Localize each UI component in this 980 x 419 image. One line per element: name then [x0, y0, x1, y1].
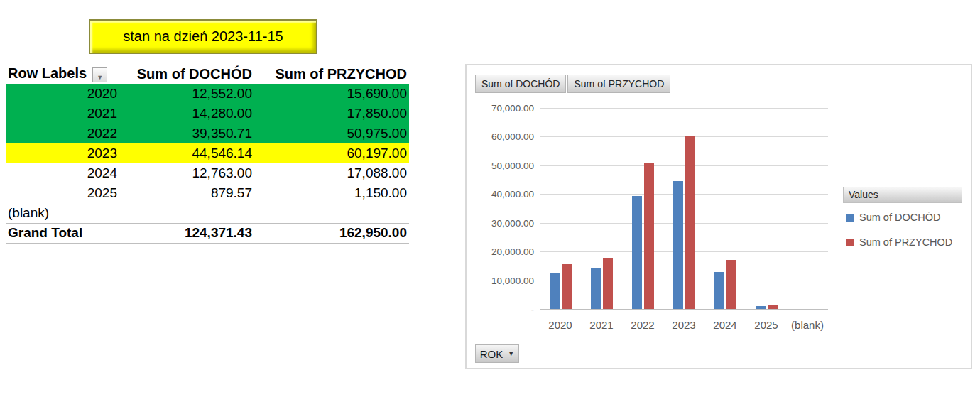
field-button-sum-of-przychod[interactable]: Sum of PRZYCHOD: [567, 75, 670, 93]
y-tick-label: 40,000.00: [491, 189, 534, 200]
pivot-chart: Sum of DOCHÓDSum of PRZYCHOD -10,000.002…: [465, 64, 972, 369]
przychod-value-cell: 50,975.00: [254, 124, 409, 143]
bar-Sum of PRZYCHOD-2022: [644, 163, 654, 309]
legend-swatch-icon: [846, 239, 854, 246]
bar-Sum of DOCHÓD-2021: [591, 268, 601, 309]
y-tick-label: 60,000.00: [491, 131, 534, 142]
x-tick-label: 2024: [704, 319, 746, 331]
bar-Sum of PRZYCHOD-2021: [603, 258, 613, 309]
przychod-value-cell: [254, 203, 409, 223]
przychod-value-cell: 17,850.00: [254, 104, 409, 124]
pivot-row-2020: 202012,552.0015,690.00: [6, 84, 409, 104]
grand-total-dochod: 124,371.43: [119, 223, 254, 243]
x-tick-label: 2025: [746, 319, 787, 331]
grand-total-row: Grand Total 124,371.43 162,950.00: [6, 223, 409, 243]
row-label-cell: 2024: [6, 163, 119, 183]
dochod-value-cell: 44,546.14: [119, 143, 254, 163]
grand-total-przychod: 162,950.00: [254, 223, 409, 243]
dochod-value-cell: 12,552.00: [119, 84, 254, 104]
bar-Sum of DOCHÓD-2022: [632, 196, 642, 309]
bar-Sum of PRZYCHOD-2023: [685, 136, 695, 309]
x-tick-label: (blank): [787, 319, 828, 331]
rok-axis-label: ROK: [480, 348, 503, 360]
y-tick-label: 20,000.00: [491, 246, 534, 257]
pivot-row-2022: 202239,350.7150,975.00: [6, 124, 409, 143]
dochod-column-header: Sum of DOCHÓD: [119, 64, 254, 84]
x-tick-label: 2022: [622, 319, 663, 331]
pivot-table: Row Labels▼ Sum of DOCHÓD Sum of PRZYCHO…: [6, 64, 409, 244]
pivot-header-row: Row Labels▼ Sum of DOCHÓD Sum of PRZYCHO…: [6, 64, 409, 84]
y-tick-label: -: [531, 304, 535, 315]
row-label-cell: 2022: [6, 124, 119, 143]
dochod-value-cell: 879.57: [119, 183, 254, 203]
pivot-row-2024: 202412,763.0017,088.00: [6, 163, 409, 183]
dochod-value-cell: 39,350.71: [119, 124, 254, 143]
chevron-down-icon: ▼: [508, 350, 514, 357]
legend-swatch-icon: [846, 214, 854, 222]
y-axis-labels: -10,000.0020,000.0030,000.0040,000.0050,…: [474, 108, 534, 309]
field-button-sum-of-dochód[interactable]: Sum of DOCHÓD: [475, 75, 566, 93]
przychod-value-cell: 1,150.00: [254, 183, 409, 203]
bar-Sum of DOCHÓD-2023: [673, 181, 683, 309]
pivot-row-2025: 2025879.571,150.00: [6, 183, 409, 203]
row-label-cell: 2025: [6, 183, 119, 203]
bar-Sum of PRZYCHOD-2025: [768, 305, 778, 309]
gridline: [540, 108, 828, 109]
przychod-column-header: Sum of PRZYCHOD: [254, 64, 409, 84]
bar-Sum of PRZYCHOD-2024: [726, 260, 736, 309]
legend-item: Sum of DOCHÓD: [843, 212, 962, 223]
row-labels-header: Row Labels: [8, 65, 87, 81]
y-tick-label: 30,000.00: [491, 217, 534, 228]
bar-Sum of DOCHÓD-2024: [714, 272, 724, 309]
legend-items: Sum of DOCHÓDSum of PRZYCHOD: [843, 212, 962, 248]
bar-Sum of DOCHÓD-2025: [756, 306, 766, 309]
przychod-value-cell: 60,197.00: [254, 143, 409, 163]
legend-item-label: Sum of DOCHÓD: [859, 212, 940, 223]
y-tick-label: 10,000.00: [491, 275, 534, 285]
x-tick-label: 2021: [581, 319, 622, 331]
gridline: [540, 281, 828, 281]
przychod-value-cell: 17,088.00: [254, 163, 409, 183]
chart-value-field-buttons: Sum of DOCHÓDSum of PRZYCHOD: [475, 75, 670, 93]
y-tick-label: 50,000.00: [491, 160, 534, 170]
gridline: [540, 165, 828, 166]
x-tick-label: 2020: [540, 319, 581, 331]
bar-Sum of DOCHÓD-2020: [550, 273, 560, 309]
gridline: [540, 223, 828, 224]
row-label-cell: 2021: [6, 104, 119, 124]
chart-legend: Values Sum of DOCHÓDSum of PRZYCHOD: [843, 187, 962, 248]
row-labels-filter-button[interactable]: ▼: [92, 67, 107, 82]
przychod-value-cell: 15,690.00: [254, 84, 409, 104]
pivot-row-blank: (blank): [6, 203, 409, 223]
x-tick-label: 2023: [663, 319, 704, 331]
legend-item-label: Sum of PRZYCHOD: [859, 236, 952, 248]
grand-total-label: Grand Total: [6, 223, 119, 243]
gridline: [540, 194, 828, 195]
status-date-button[interactable]: stan na dzień 2023-11-15: [89, 19, 317, 54]
plot-area: [540, 108, 828, 309]
x-axis-line: [540, 309, 828, 310]
dochod-value-cell: [119, 203, 254, 223]
legend-values-field-button[interactable]: Values: [843, 187, 962, 203]
chevron-down-icon: ▼: [97, 74, 103, 81]
legend-item: Sum of PRZYCHOD: [843, 236, 962, 248]
pivot-row-2023: 202344,546.1460,197.00: [6, 143, 409, 163]
gridline: [540, 251, 828, 252]
dochod-value-cell: 12,763.00: [119, 163, 254, 183]
row-label-cell: (blank): [6, 203, 119, 223]
x-axis-labels: 202020212022202320242025(blank): [540, 319, 828, 333]
y-tick-label: 70,000.00: [491, 103, 534, 114]
row-label-cell: 2023: [6, 143, 119, 163]
rok-axis-field-button[interactable]: ROK ▼: [475, 344, 519, 363]
pivot-row-2021: 202114,280.0017,850.00: [6, 104, 409, 124]
row-labels-header-cell: Row Labels▼: [6, 64, 119, 84]
gridline: [540, 136, 828, 137]
row-label-cell: 2020: [6, 84, 119, 104]
status-date-label: stan na dzień 2023-11-15: [123, 28, 283, 45]
bar-Sum of PRZYCHOD-2020: [562, 264, 572, 309]
dochod-value-cell: 14,280.00: [119, 104, 254, 124]
